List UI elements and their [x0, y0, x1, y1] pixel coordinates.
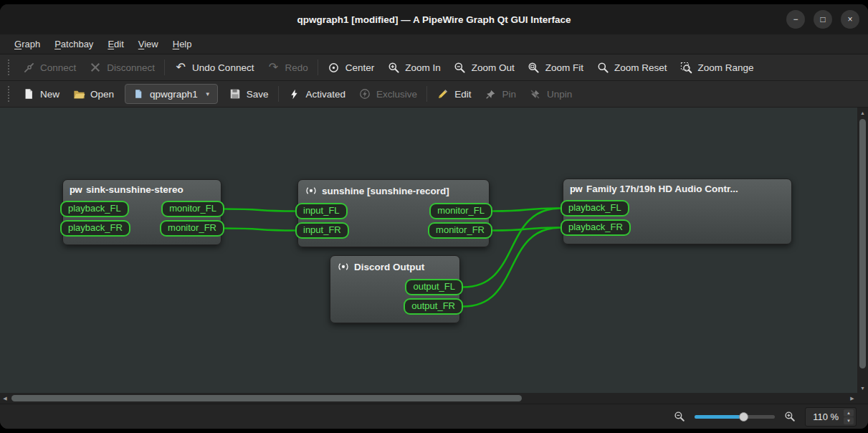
- graph-canvas[interactable]: pw sink-sunshine-stereo playback_FL moni…: [0, 108, 857, 393]
- vertical-scroll-track[interactable]: [857, 118, 868, 383]
- port-playback-fl[interactable]: playback_FL: [60, 201, 129, 217]
- port-playback-fl[interactable]: playback_FL: [561, 200, 629, 217]
- patchbay-selector[interactable]: qpwgraph1 ▼: [125, 84, 218, 104]
- minimize-icon: −: [793, 14, 798, 24]
- node-family-hd-audio[interactable]: pw Family 17h/19h HD Audio Contr... play…: [563, 179, 792, 244]
- menu-patchbay[interactable]: Patchbay: [47, 36, 100, 52]
- horizontal-scroll-thumb[interactable]: [11, 395, 522, 401]
- new-button[interactable]: New: [16, 84, 66, 104]
- connect-button[interactable]: Connect: [16, 57, 82, 77]
- zoom-range-button[interactable]: Zoom Range: [674, 57, 760, 77]
- node-header: pw sink-sunshine-stereo: [63, 180, 221, 198]
- port-monitor-fl[interactable]: monitor_FL: [429, 203, 492, 219]
- redo-icon: ↷: [267, 61, 280, 74]
- port-output-fl[interactable]: output_FL: [405, 279, 463, 295]
- exclusive-label: Exclusive: [376, 89, 417, 100]
- exclusive-icon: [358, 87, 371, 100]
- patchbay-file-icon: [132, 87, 145, 100]
- horizontal-scroll-track[interactable]: [10, 393, 847, 404]
- open-button[interactable]: Open: [66, 84, 120, 104]
- port-row: output_FR: [330, 298, 459, 315]
- node-title: sunshine [sunshine-record]: [322, 186, 449, 196]
- window-controls: − □ ×: [786, 10, 859, 29]
- scroll-left-arrow[interactable]: ◀: [0, 394, 10, 404]
- disconnect-button[interactable]: Disconnect: [82, 57, 161, 77]
- connect-label: Connect: [40, 62, 76, 73]
- port-playback-fr[interactable]: playback_FR: [561, 219, 631, 236]
- center-button[interactable]: Center: [321, 57, 381, 77]
- toolbar-grip[interactable]: [8, 86, 9, 102]
- node-title: Discord Output: [354, 262, 424, 272]
- zoom-slider-handle[interactable]: [739, 412, 748, 422]
- undo-connect-button[interactable]: ↶ Undo Connect: [168, 57, 260, 77]
- zoom-out-button[interactable]: Zoom Out: [447, 57, 521, 77]
- menu-help[interactable]: Help: [166, 36, 199, 52]
- toolbar-grip[interactable]: [8, 60, 9, 75]
- vertical-scroll-thumb[interactable]: [859, 119, 866, 368]
- record-icon: [305, 184, 318, 197]
- node-title: Family 17h/19h HD Audio Contr...: [586, 184, 738, 194]
- center-label: Center: [345, 62, 375, 73]
- port-playback-fr[interactable]: playback_FR: [60, 220, 130, 237]
- menu-graph[interactable]: Graph: [7, 36, 47, 52]
- exclusive-button[interactable]: Exclusive: [352, 84, 424, 104]
- zoom-fit-icon: [528, 61, 540, 74]
- port-monitor-fr[interactable]: monitor_FR: [160, 220, 224, 237]
- vertical-scrollbar[interactable]: ▲ ▼: [857, 108, 868, 393]
- toolbar-patchbay: New Open qpwgraph1 ▼ Save Activated: [0, 81, 868, 108]
- menu-view[interactable]: View: [131, 36, 166, 52]
- port-row: playback_FR: [563, 219, 791, 236]
- close-button[interactable]: ×: [841, 10, 859, 29]
- zoom-in-mini-icon[interactable]: [783, 410, 796, 423]
- maximize-button[interactable]: □: [814, 10, 832, 29]
- port-monitor-fr[interactable]: monitor_FR: [428, 222, 492, 239]
- undo-icon: ↶: [174, 61, 187, 74]
- zoom-spin-down[interactable]: ▼: [844, 417, 854, 424]
- titlebar[interactable]: qpwgraph1 [modified] — A PipeWire Graph …: [0, 4, 868, 34]
- scrollbar-corner: [857, 393, 868, 404]
- zoom-spin-up[interactable]: ▲: [844, 409, 854, 417]
- save-button[interactable]: Save: [222, 84, 275, 104]
- port-input-fr[interactable]: input_FR: [295, 222, 349, 239]
- open-label: Open: [90, 89, 114, 100]
- menu-edit[interactable]: Edit: [100, 36, 130, 52]
- scroll-down-arrow[interactable]: ▼: [857, 383, 868, 393]
- port-row: input_FR monitor_FR: [298, 222, 489, 239]
- pin-button[interactable]: Pin: [477, 84, 523, 104]
- horizontal-scrollbar[interactable]: ◀ ▶: [0, 393, 857, 404]
- chevron-down-icon: ▼: [205, 91, 211, 97]
- minimize-button[interactable]: −: [786, 10, 805, 29]
- redo-button[interactable]: ↷ Redo: [260, 57, 314, 77]
- record-icon: [337, 260, 350, 273]
- node-discord-output[interactable]: Discord Output output_FL output_FR: [330, 255, 460, 323]
- zoom-slider[interactable]: [695, 415, 775, 419]
- canvas-row: pw sink-sunshine-stereo playback_FL moni…: [0, 108, 868, 393]
- scroll-up-arrow[interactable]: ▲: [857, 108, 868, 118]
- zoom-out-mini-icon[interactable]: [673, 410, 686, 423]
- zoom-fit-button[interactable]: Zoom Fit: [521, 57, 590, 77]
- edit-button[interactable]: Edit: [430, 84, 477, 104]
- node-sink-sunshine-stereo[interactable]: pw sink-sunshine-stereo playback_FL moni…: [62, 179, 221, 245]
- activated-bolt-icon: [288, 87, 301, 100]
- zoom-range-icon: [680, 61, 693, 74]
- zoom-in-label: Zoom In: [405, 62, 441, 73]
- zoom-in-button[interactable]: Zoom In: [381, 57, 447, 77]
- activated-button[interactable]: Activated: [282, 84, 353, 104]
- port-monitor-fl[interactable]: monitor_FL: [161, 201, 224, 217]
- connection-wires[interactable]: [0, 108, 857, 393]
- zoom-reset-button[interactable]: Zoom Reset: [590, 57, 674, 77]
- window-title: qpwgraph1 [modified] — A PipeWire Graph …: [297, 14, 571, 25]
- edit-label: Edit: [454, 89, 471, 100]
- toolbar-graph: Connect Disconnect ↶ Undo Connect ↷ Redo…: [0, 54, 868, 81]
- menubar: Graph Patchbay Edit View Help: [0, 34, 868, 54]
- toolbar-separator: [278, 86, 279, 102]
- scroll-right-arrow[interactable]: ▶: [847, 394, 857, 404]
- zoom-reset-label: Zoom Reset: [614, 62, 667, 73]
- port-input-fl[interactable]: input_FL: [295, 203, 348, 219]
- horizontal-scrollbar-row: ◀ ▶: [0, 393, 868, 404]
- pipewire-icon: pw: [70, 184, 82, 195]
- zoom-spinbox[interactable]: 110 % ▲ ▼: [805, 407, 857, 427]
- node-sunshine[interactable]: sunshine [sunshine-record] input_FL moni…: [297, 179, 490, 247]
- port-output-fr[interactable]: output_FR: [404, 298, 463, 315]
- unpin-button[interactable]: Unpin: [523, 84, 578, 104]
